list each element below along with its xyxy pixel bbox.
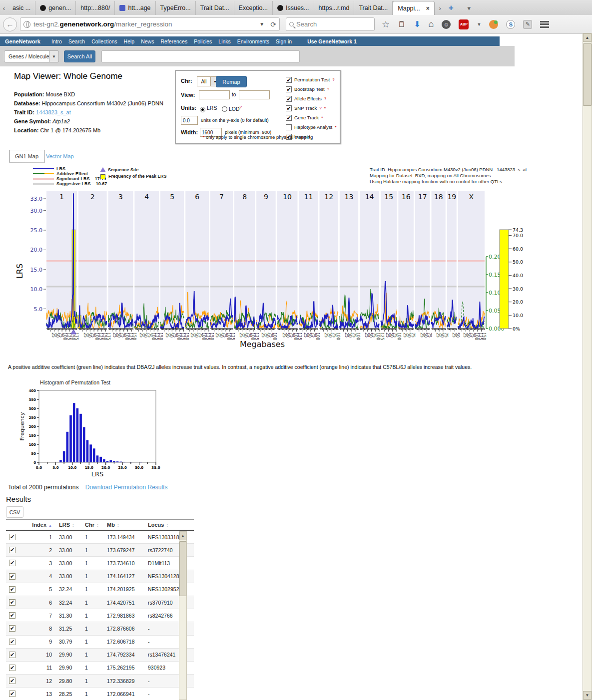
units-lod-radio[interactable]: LOD? (222, 105, 242, 112)
row-checkbox[interactable]: ✔ (9, 639, 15, 645)
tab-vector-map[interactable]: Vector Map (46, 153, 74, 159)
table-scroll-up-icon[interactable]: ▲ (179, 532, 186, 540)
nav-item-references[interactable]: References (160, 38, 187, 44)
row-checkbox[interactable]: ✔ (9, 560, 15, 566)
mapping-option-bootstrap-test[interactable]: ✔Bootstrap Test? (286, 84, 337, 94)
tab-scroll-left-icon[interactable]: ‹ (0, 1, 8, 15)
search-category-caret-icon[interactable]: ▼ (49, 50, 59, 62)
browser-tab[interactable]: Exceptio... (234, 1, 273, 15)
nav-item-collections[interactable]: Collections (91, 38, 117, 44)
browser-tab[interactable]: Trait Dat... (196, 1, 234, 15)
mapping-option-snp-track[interactable]: ✔SNP Track?* (286, 103, 337, 113)
edit-addon-icon[interactable]: ✎ (523, 20, 532, 29)
home-icon[interactable]: ⌂ (429, 19, 434, 29)
checkbox-icon[interactable]: ✔ (286, 77, 292, 83)
browser-tab[interactable]: TypeErro... (156, 1, 196, 15)
row-checkbox[interactable]: ✔ (9, 652, 15, 658)
table-scrollbar-thumb[interactable] (179, 541, 186, 596)
list-all-tabs-icon[interactable]: ▾ (464, 1, 475, 15)
nav-use-genenetwork1[interactable]: Use GeneNetwork 1 (307, 38, 357, 44)
genome-scan-chart[interactable]: 5.010.015.020.025.030.033.0LRS1255075100… (12, 186, 542, 353)
site-search-input[interactable] (101, 50, 300, 62)
checkbox-icon[interactable]: ✔ (286, 115, 292, 121)
row-checkbox[interactable]: ✔ (9, 534, 15, 540)
browser-search-input[interactable]: Search (286, 17, 375, 31)
row-checkbox[interactable]: ✔ (9, 665, 15, 671)
column-header-locus[interactable]: Locus▲▼ (148, 522, 186, 528)
mapping-option-haplotype-analyst[interactable]: Haplotype Analyst* (286, 122, 337, 132)
nav-item-search[interactable]: Search (68, 38, 85, 44)
bookmark-star-icon[interactable]: ☆ (382, 19, 390, 30)
column-header-lrs[interactable]: LRS▲▼ (52, 522, 81, 528)
adblock-plus-icon[interactable]: ABP (459, 19, 469, 29)
window-scrollbar[interactable]: ▲ ▼ (583, 33, 592, 700)
browser-tab[interactable]: Issues... (273, 1, 314, 15)
nav-item-links[interactable]: Links (218, 38, 231, 44)
new-tab-button[interactable]: + (446, 1, 457, 15)
back-button[interactable]: ← (3, 17, 17, 31)
download-permutation-link[interactable]: Download Permutation Results (85, 484, 168, 491)
row-checkbox[interactable]: ✔ (9, 612, 15, 619)
browser-tab[interactable]: asic ... (8, 1, 35, 15)
browser-tab[interactable]: htt...age (115, 1, 155, 15)
row-checkbox[interactable]: ✔ (9, 547, 15, 553)
checkbox-icon[interactable] (286, 124, 292, 130)
svg-text:150: 150 (132, 333, 136, 340)
trait-id-link[interactable]: 1443823_s_at (36, 109, 71, 115)
mapping-option-allele-effects[interactable]: ✔Allele Effects? (286, 94, 337, 103)
reload-icon[interactable]: ⟳ (267, 20, 276, 28)
table-scrollbar[interactable]: ▲ (179, 531, 187, 700)
column-header-index[interactable]: Index▲ (26, 522, 52, 528)
row-checkbox[interactable]: ✔ (9, 691, 15, 697)
browser-tab[interactable]: https...r.md (314, 1, 355, 15)
svg-text:175: 175 (106, 333, 110, 340)
bookmarks-menu-icon[interactable]: 🗒 (398, 20, 406, 29)
nav-item-policies[interactable]: Policies (194, 38, 212, 44)
units-lrs-radio[interactable]: LRS (200, 105, 217, 112)
tab-gn1-map[interactable]: GN1 Map (9, 150, 44, 163)
browser-tab[interactable]: http:...880/ (76, 1, 115, 15)
row-checkbox[interactable]: ✔ (9, 599, 15, 606)
genenetwork-brand[interactable]: GeneNetwork (5, 38, 40, 44)
window-scroll-up-icon[interactable]: ▲ (583, 33, 592, 42)
window-scrollbar-thumb[interactable] (583, 43, 592, 106)
window-scroll-down-icon[interactable]: ▼ (583, 691, 592, 700)
checkbox-icon[interactable]: ✔ (286, 105, 292, 111)
y-units-input[interactable]: 0.0 (181, 116, 198, 125)
checkbox-icon[interactable]: ✔ (286, 86, 292, 92)
row-checkbox[interactable]: ✔ (9, 573, 15, 580)
nav-item-news[interactable]: News (141, 38, 154, 44)
menu-icon[interactable] (540, 21, 549, 28)
adblock-caret-icon[interactable]: ▼ (477, 22, 481, 27)
addon-s-icon[interactable]: S (506, 20, 515, 29)
nav-item-sign-in[interactable]: Sign in (276, 38, 292, 44)
downloads-icon[interactable]: ⬇ (414, 19, 420, 29)
mapping-option-gene-track[interactable]: ✔Gene Track* (286, 113, 337, 122)
tab-scroll-right-icon[interactable]: › (435, 1, 446, 15)
nav-item-help[interactable]: Help (124, 38, 135, 44)
column-header-mb[interactable]: Mb▲▼ (103, 522, 148, 528)
view-end-input[interactable] (239, 90, 270, 99)
addon-orange-icon[interactable] (489, 20, 498, 29)
nav-item-intro[interactable]: Intro (51, 38, 62, 44)
site-identity-icon[interactable] (23, 21, 30, 28)
browser-tab[interactable]: Mappi...× (393, 1, 434, 15)
tab-close-icon[interactable]: × (426, 5, 430, 12)
browser-tab[interactable]: genen... (35, 1, 76, 15)
row-checkbox[interactable]: ✔ (9, 586, 15, 593)
checkbox-icon[interactable]: ✔ (286, 96, 292, 102)
csv-button[interactable]: CSV (6, 506, 23, 518)
search-all-button[interactable]: Search All (64, 50, 95, 62)
row-checkbox[interactable]: ✔ (9, 625, 15, 632)
url-bar[interactable]: test-gn2.genenetwork.org/marker_regressi… (20, 17, 280, 31)
chat-addon-icon[interactable]: ☺ (442, 20, 451, 29)
nav-item-environments[interactable]: Environments (237, 38, 269, 44)
mapping-option-permutation-test[interactable]: ✔Permutation Test? (286, 75, 337, 84)
remap-button[interactable]: Remap (216, 76, 247, 87)
browser-tab[interactable]: Trait Dat... (354, 1, 393, 15)
view-start-input[interactable] (199, 90, 230, 99)
url-dropdown-icon[interactable]: ▼ (257, 21, 267, 27)
row-checkbox-cell: ✔ (6, 639, 26, 645)
row-checkbox[interactable]: ✔ (9, 678, 15, 684)
column-header-chr[interactable]: Chr▲▼ (81, 522, 103, 528)
